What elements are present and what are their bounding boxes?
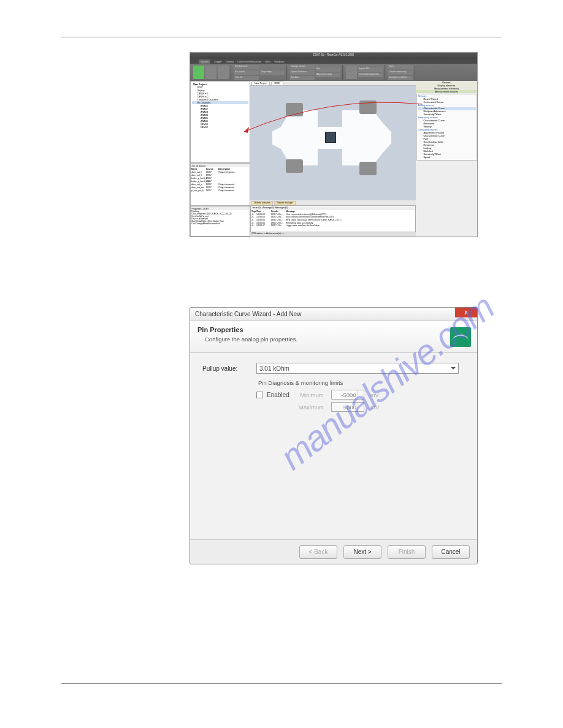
chevron-down-icon: [451, 367, 456, 370]
log-tab-messages[interactable]: Messages(0): [275, 207, 288, 210]
cell: Output temperat...: [218, 171, 236, 173]
minimum-label: Minimum: [293, 392, 324, 398]
rib-item-pinunlock[interactable]: Pin-unlock: [234, 70, 259, 75]
ribbon-btn-device[interactable]: [193, 66, 204, 79]
properties-panel: Properties - DD07 Desktop CanConfigFile …: [190, 206, 250, 237]
spinner-icon[interactable]: [358, 390, 364, 399]
log-time: 14:33:43: [256, 213, 271, 216]
cell: brake_p_hard_rear: [191, 180, 206, 183]
ribbon-tab-calib[interactable]: Calibration/Measuring: [237, 60, 261, 63]
rib-item-dldiag[interactable]: Download diagnostic...: [358, 73, 383, 77]
ecu-chip-icon[interactable]: [325, 132, 336, 143]
ribbon-tab-display[interactable]: Display: [226, 60, 234, 63]
log-hdr: Sender: [271, 210, 286, 213]
tab-dataset-manager[interactable]: Dataset manager: [274, 201, 296, 205]
cell: p_sup_pot_fr: [191, 189, 206, 192]
rib-item-updfw[interactable]: Update firmware: [290, 70, 315, 75]
wizard-titlebar[interactable]: Characteristic Curve Wizard - Add New X: [190, 308, 477, 321]
log-tab-warnings[interactable]: Warnings(0): [262, 207, 274, 210]
wheel-rear-right: [359, 162, 377, 175]
ribbon-group-device: [191, 65, 231, 80]
close-button[interactable]: X: [455, 308, 477, 317]
log-msg: EPK check successful. (EPK Device: DD07_…: [286, 219, 415, 221]
cell: Output temperat...: [218, 183, 236, 186]
rib-btn-export[interactable]: [346, 66, 357, 79]
col-hdr: Name: [191, 168, 206, 170]
cancel-button[interactable]: Cancel: [432, 545, 470, 559]
rib-item-emergency[interactable]: Emergency unlock...: [388, 76, 413, 80]
minimum-input[interactable]: -5000: [331, 390, 364, 400]
ribbon-btn-3[interactable]: [218, 66, 229, 79]
cell: DD07: [206, 171, 218, 173]
center-column: New Project DD07 Dashed overview Dataset…: [250, 81, 416, 237]
cell: dam_out_p: [191, 183, 206, 186]
status-bar: CPU status: --- Active errors(s): ---: [250, 232, 416, 237]
log-msg: User connected to device@Ethernet(XCP).: [286, 213, 415, 216]
rib-item-file[interactable]: File: [316, 67, 340, 72]
rib-item-turnoff[interactable]: Turn off: [234, 76, 259, 80]
center-tabs: New Project DD07: [250, 81, 416, 86]
ribbon: Set date/time Pin-unlock Turn off Deep s…: [190, 64, 477, 81]
log-time: 14:33:46: [256, 219, 271, 221]
back-button[interactable]: < Back: [299, 545, 337, 559]
minimum-value: -5000: [341, 392, 356, 398]
log-sender: DD07 - Ra...: [271, 213, 286, 216]
center-tab-project[interactable]: New Project: [251, 82, 270, 85]
sensors-list: Sensors Bosch Wizard Customized Sensor A…: [416, 94, 477, 161]
col-hdr: Description: [218, 168, 230, 170]
ribbon-group-5: Clone Create measuring... Emergency unlo…: [386, 65, 415, 80]
app-titlebar: DD07 Sp - RaceCon V2.5.0.2082: [190, 53, 477, 59]
rib-item-chgarchive[interactable]: Change archive: [290, 65, 315, 69]
prop-val: True: [220, 220, 224, 222]
finish-button[interactable]: Finish: [388, 545, 426, 559]
project-tree[interactable]: New Project DD07 Display CAN Bus 1 CAN B…: [190, 81, 250, 163]
log-tab-errors[interactable]: Errors(0): [253, 207, 261, 210]
ribbon-group-3: Change archive Update firmware Set data …: [288, 65, 343, 80]
center-tab-device[interactable]: DD07: [271, 82, 283, 85]
characteristic-curve-wizard: Characteristic Curve Wizard - Add New X …: [190, 307, 478, 564]
ribbon-group-2: Set date/time Pin-unlock Turn off Deep s…: [232, 65, 287, 80]
log-sender: DD07 - Ra...: [271, 224, 286, 227]
wheel-front-right: [286, 159, 303, 173]
cell: DD07: [206, 177, 218, 180]
spinner-icon[interactable]: [358, 403, 364, 411]
ribbon-btn-2[interactable]: [205, 66, 216, 79]
car-diagram-area[interactable]: [250, 86, 416, 200]
pullup-select[interactable]: 3.01 kOhm: [256, 363, 459, 374]
unit-label: mV: [370, 404, 379, 411]
rib-item-clone[interactable]: Clone: [388, 65, 413, 69]
unit-label: mV: [370, 392, 379, 398]
log-msg: Logger data matches the local data.: [286, 224, 415, 227]
right-toolbox: Devices Display elements Measurement Ele…: [416, 81, 477, 237]
rib-item-setdata[interactable]: Set data: [290, 76, 315, 80]
ribbon-tab-logger[interactable]: Logger: [214, 60, 221, 63]
rib-item-setdate[interactable]: Set date/time: [234, 65, 259, 69]
enabled-label: Enabled: [267, 392, 289, 398]
sensor-item[interactable]: Speed: [418, 156, 476, 159]
cell: dam_out_pot: [191, 186, 206, 189]
toolbox-section-active[interactable]: Measurement Sources: [416, 90, 477, 93]
tree-item[interactable]: REV02: [192, 126, 248, 129]
group-legend: Pin Diagnosis & monitoring limits: [256, 379, 345, 386]
next-button[interactable]: Next >: [343, 545, 381, 559]
wheel-front-left: [286, 103, 303, 116]
divider-bottom: [61, 683, 502, 684]
rib-item-deepsleep[interactable]: Deep sleep: [260, 70, 285, 75]
cell: brake_p_hard_fr: [191, 177, 206, 180]
wizard-header-subtitle: Configure the analog pin properties.: [197, 336, 470, 343]
center-bottom-tabs: Dashed overview Dataset manager: [250, 200, 416, 205]
enabled-checkbox[interactable]: [256, 392, 263, 398]
log-panel: Errors(0) Warnings(0) Messages(0) Type T…: [250, 205, 416, 232]
pullup-label: Pullup value:: [202, 365, 256, 372]
ribbon-tab-windows[interactable]: Windows: [274, 60, 284, 63]
tab-dashed-overview[interactable]: Dashed overview: [251, 201, 273, 205]
rib-item-adjdata[interactable]: Adjustment data: [316, 73, 340, 77]
log-hdr: Message: [286, 210, 415, 213]
cell: Output temperat...: [218, 189, 236, 192]
ribbon-tab-system[interactable]: System: [199, 59, 210, 64]
racecon-app-window: DD07 Sp - RaceCon V2.5.0.2082 System Log…: [190, 52, 478, 237]
ribbon-tab-tools[interactable]: Tools: [265, 60, 270, 63]
maximum-input[interactable]: 5000: [331, 402, 364, 412]
rib-item-exportrtf[interactable]: Export RTF: [358, 67, 383, 72]
rib-item-createmeas[interactable]: Create measuring...: [388, 70, 413, 75]
